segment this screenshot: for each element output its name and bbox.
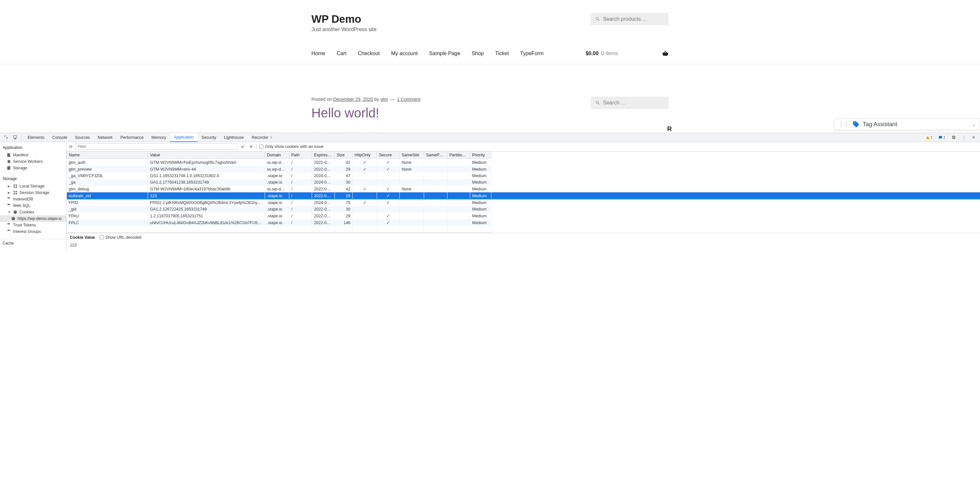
search-products-input[interactable] — [603, 16, 664, 22]
search-posts-input[interactable] — [603, 100, 664, 106]
only-issue-checkbox[interactable]: Only show cookies with an issue — [259, 144, 323, 149]
devtools-tab[interactable]: Sources — [71, 133, 94, 142]
devtools-tab[interactable]: Network — [94, 133, 116, 142]
devtools-tab[interactable]: Recorder — [248, 133, 272, 142]
devtools-tab[interactable]: Memory — [148, 133, 170, 142]
sidebar-item-service-workers[interactable]: Service Workers — [0, 158, 66, 165]
cookie-value-text: 123 — [67, 242, 980, 251]
cookie-icon — [13, 210, 18, 214]
search-posts-box[interactable] — [591, 97, 668, 109]
devtools-tab[interactable]: Elements — [24, 133, 48, 142]
messages-pill[interactable]: 2 — [937, 135, 947, 140]
clear-icon[interactable]: ✕ — [249, 144, 254, 149]
warnings-pill[interactable]: 2 — [924, 135, 935, 140]
svg-rect-7 — [14, 191, 15, 192]
post-comments-link[interactable]: 1 Comment — [397, 97, 420, 102]
sidebar-group-cache: Cache — [0, 239, 66, 247]
table-row[interactable]: gtm_debugGTM-W2VN5MM=180ec4a3197bbac30ab… — [67, 186, 980, 192]
triangle-down-icon: ▼ — [8, 211, 11, 214]
table-row[interactable]: FPLCuNtvCUHUcuL4b0GnB4AJZ2bKv9bBLd1dx1%2… — [67, 219, 980, 226]
search-icon — [595, 100, 600, 106]
search-icon — [595, 16, 600, 22]
refresh-icon[interactable]: ⟳ — [69, 144, 73, 149]
table-header[interactable]: SameParty — [424, 151, 447, 159]
table-row[interactable]: _gidGA1.2.126722425.1653231749.stape.io/… — [67, 206, 980, 212]
tag-assistant-panel[interactable]: ⋮⋮ Tag Assistant ⌄ — [834, 118, 980, 130]
devtools-tab[interactable]: Performance — [116, 133, 148, 142]
devtools-panel: ElementsConsoleSourcesNetworkPerformance… — [0, 133, 980, 251]
sidebar-item-interest-groups[interactable]: Interest Groups — [0, 228, 66, 235]
close-icon[interactable]: ✕ — [970, 135, 977, 140]
post-date-link[interactable]: December 29, 2020 — [333, 97, 373, 102]
triangle-right-icon: ▶ — [8, 185, 11, 188]
table-header[interactable]: Secure — [377, 151, 400, 159]
table-row[interactable]: gtm_authGTM-W2VN5MM=FwEpzhvmog05L7xgnoNV… — [67, 159, 980, 166]
nav-link[interactable]: TypeForm — [520, 51, 544, 56]
table-header[interactable]: HttpOnly — [353, 151, 377, 159]
sidebar-cookie-origin[interactable]: https://wp-demo.stape.io — [0, 216, 66, 222]
database-icon — [6, 197, 11, 201]
kebab-menu-icon[interactable]: ⋮ — [960, 135, 968, 140]
svg-rect-3 — [14, 185, 15, 186]
nav-link[interactable]: Ticket — [495, 51, 509, 56]
inspect-element-icon[interactable] — [2, 135, 11, 140]
drag-grip-icon[interactable]: ⋮⋮ — [838, 121, 848, 128]
cookies-table: NameValueDomainPathExpires / …SizeHttpOn… — [67, 151, 980, 233]
table-row[interactable]: _ga_VM9YCFJZ0LGS1.1.1653231748.1.0.16532… — [67, 173, 980, 179]
table-header[interactable]: Path — [290, 151, 312, 159]
table-header[interactable]: Partition … — [447, 151, 470, 159]
grid-icon — [13, 190, 18, 195]
table-row[interactable]: outbrain_cid123.stape.io/2022-06-…15✓Med… — [67, 192, 980, 199]
table-row[interactable]: gtm_previewGTM-W2VN5MM=env-44ss.wp-de…/2… — [67, 166, 980, 173]
post-title[interactable]: Hello world! — [312, 106, 420, 121]
sidebar-item-cookies[interactable]: ▼Cookies — [0, 209, 66, 216]
devtools-tab[interactable]: Lighthouse — [220, 133, 248, 142]
post-author-link[interactable]: gtm — [380, 97, 388, 102]
sidebar-item-local-storage[interactable]: ▶Local Storage — [0, 183, 66, 189]
filter-options-icon[interactable]: ≡⁺ — [240, 144, 246, 149]
device-toolbar-icon[interactable] — [11, 135, 19, 140]
show-url-decoded-checkbox[interactable]: Show URL decoded — [100, 235, 142, 240]
nav-link[interactable]: Checkout — [358, 51, 380, 56]
stray-letter: R — [667, 125, 672, 133]
gear-icon — [6, 159, 11, 164]
basket-icon[interactable] — [662, 50, 668, 57]
grid-icon — [13, 184, 18, 189]
devtools-tab[interactable]: Security — [198, 133, 220, 142]
table-row[interactable]: _gaGA1.2.1776041238.1653231749.stape.io/… — [67, 179, 980, 186]
table-header[interactable]: SameSite — [400, 151, 424, 159]
chevron-collapse-icon[interactable]: ⌄ — [972, 122, 976, 127]
site-title: WP Demo — [312, 13, 377, 25]
sidebar-item-indexeddb[interactable]: IndexedDB — [0, 196, 66, 202]
svg-rect-0 — [14, 136, 17, 138]
table-header[interactable]: Expires / … — [312, 151, 335, 159]
cart-items-count: 0 items — [601, 51, 618, 56]
cookies-filter-input[interactable] — [75, 143, 238, 150]
table-header[interactable]: Domain — [265, 151, 290, 159]
table-header[interactable]: Size — [335, 151, 353, 159]
nav-link[interactable]: My account — [391, 51, 418, 56]
sidebar-item-session-storage[interactable]: ▶Session Storage — [0, 189, 66, 196]
gear-icon[interactable] — [949, 135, 958, 140]
sidebar-group-storage: Storage — [0, 174, 66, 183]
table-row[interactable]: FPIDFPID2.2.plKNRsMQMXIOO8gBQd%2B4mL3Yyw… — [67, 199, 980, 206]
nav-link[interactable]: Cart — [337, 51, 347, 56]
sidebar-item-storage-overview[interactable]: Storage — [0, 165, 66, 171]
table-header[interactable]: Name — [67, 151, 148, 159]
nav-link[interactable]: Shop — [471, 51, 484, 56]
search-products-box[interactable] — [591, 13, 668, 25]
svg-point-13 — [14, 211, 17, 214]
nav-link[interactable]: Home — [312, 51, 325, 56]
nav-link[interactable]: Sample Page — [429, 51, 460, 56]
sidebar-item-manifest[interactable]: Manifest — [0, 152, 66, 158]
devtools-tab[interactable]: Application — [170, 133, 197, 142]
table-header[interactable]: Value — [148, 151, 265, 159]
sidebar-item-trust-tokens[interactable]: Trust Tokens — [0, 222, 66, 228]
cookies-toolbar: ⟳ ≡⁺ ✕ Only show cookies with an issue — [67, 142, 980, 151]
sidebar-item-websql[interactable]: Web SQL — [0, 202, 66, 209]
svg-point-12 — [7, 204, 10, 205]
table-header[interactable]: Priority — [470, 151, 491, 159]
recorder-beta-icon: ⚕ — [270, 135, 272, 140]
table-row[interactable]: FPAU1.2.1187017905.1653231751.stape.io/2… — [67, 212, 980, 219]
devtools-tab[interactable]: Console — [48, 133, 71, 142]
